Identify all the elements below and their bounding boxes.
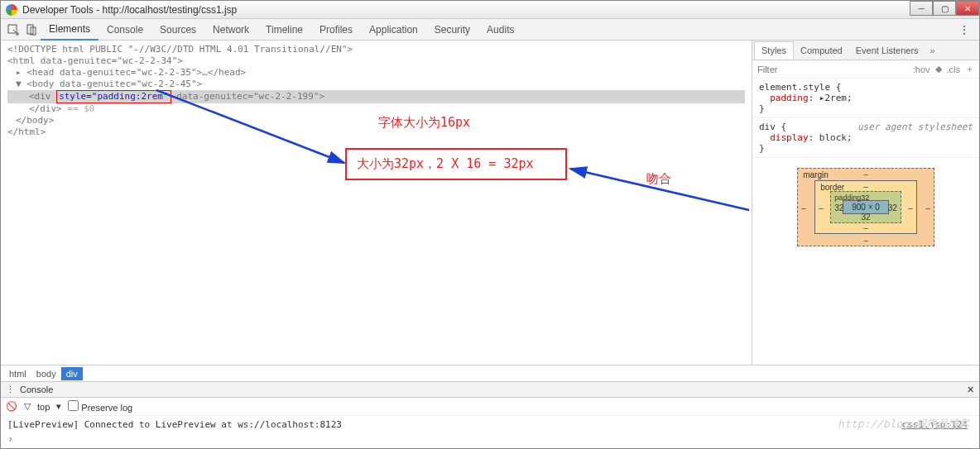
dom-head[interactable]: ▸ <head data-genuitec="wc-2-2-35">…</hea… (7, 67, 745, 79)
sidebar-tab-styles[interactable]: Styles (754, 41, 794, 60)
console-filter-icon[interactable]: ▽ (24, 401, 31, 412)
style-rule-element[interactable]: element.style { padding: ▸2rem; } (752, 79, 979, 118)
tab-network[interactable]: Network (204, 20, 257, 40)
tab-application[interactable]: Application (361, 20, 426, 40)
console-drawer-title: Console (20, 385, 53, 394)
console-toolbar: 🚫 ▽ top ▾ Preserve log (1, 398, 979, 416)
cls-pin-icon[interactable]: ◆ (935, 64, 942, 74)
console-clear-icon[interactable]: 🚫 (6, 401, 17, 412)
window-title: Developer Tools - http://localhost/testi… (22, 4, 237, 16)
tab-sources[interactable]: Sources (151, 20, 204, 40)
console-prompt[interactable]: › (1, 433, 979, 448)
tab-security[interactable]: Security (426, 20, 478, 40)
sidebar-tab-computed[interactable]: Computed (794, 42, 849, 59)
annotation-calc-box: 大小为32px，2 X 16 = 32px (345, 148, 567, 180)
device-mode-icon[interactable] (22, 21, 41, 39)
sidebar-tabs: Styles Computed Event Listeners » (752, 41, 979, 60)
breadcrumb: html body div (1, 365, 979, 381)
preserve-log-label[interactable]: Preserve log (68, 400, 132, 413)
styles-filter-row: :hov ◆ .cls ＋ (752, 60, 979, 79)
sidebar-more-icon[interactable]: » (925, 45, 940, 55)
styles-sidebar: Styles Computed Event Listeners » :hov ◆… (752, 41, 979, 365)
watermark: http://blog.程序员博客 (838, 417, 969, 432)
box-model-diagram[interactable]: margin –––– border –––– padding32 32 32 … (752, 158, 979, 256)
tab-profiles[interactable]: Profiles (311, 20, 361, 40)
console-message: [LivePreview] Connected to LivePreview a… (7, 419, 973, 430)
crumb-div[interactable]: div (61, 367, 83, 380)
console-context[interactable]: top (37, 402, 50, 412)
devtools-tabs: Elements Console Sources Network Timelin… (1, 19, 979, 41)
tab-timeline[interactable]: Timeline (257, 20, 311, 40)
dom-div-selected[interactable]: <div style="padding:2rem" data-genuitec=… (7, 90, 745, 103)
dom-body-close: </body> (7, 115, 745, 127)
preserve-log-checkbox[interactable] (68, 400, 79, 411)
new-rule-icon[interactable]: ＋ (965, 63, 974, 75)
chrome-icon (6, 4, 17, 16)
dom-tree[interactable]: <!DOCTYPE html PUBLIC "-//W3C//DTD HTML … (1, 41, 752, 141)
tab-console[interactable]: Console (98, 20, 151, 40)
crumb-html[interactable]: html (4, 367, 31, 380)
annotation-font-size: 字体大小为16px (378, 115, 470, 131)
tabs-overflow-icon[interactable]: ⋮ (953, 24, 976, 36)
sidebar-tab-event-listeners[interactable]: Event Listeners (849, 42, 925, 59)
tab-elements[interactable]: Elements (41, 19, 98, 41)
close-button[interactable]: ✕ (956, 1, 979, 16)
maximize-button[interactable]: ▢ (933, 1, 956, 16)
styles-filter-input[interactable] (757, 64, 807, 74)
tab-audits[interactable]: Audits (478, 20, 522, 40)
elements-panel[interactable]: <!DOCTYPE html PUBLIC "-//W3C//DTD HTML … (1, 41, 752, 365)
dom-body-open[interactable]: ▼ <body data-genuitec="wc-2-2-45"> (7, 79, 745, 90)
console-body[interactable]: [LivePreview] Connected to LivePreview a… (1, 416, 979, 433)
hov-toggle[interactable]: :hov (913, 64, 930, 74)
crumb-body[interactable]: body (31, 367, 61, 380)
dom-doctype: <!DOCTYPE html PUBLIC "-//W3C//DTD HTML … (7, 44, 745, 55)
annotation-match: 吻合 (646, 171, 671, 187)
minimize-button[interactable]: ─ (910, 1, 933, 16)
dom-div-close: </div> == $0 (7, 103, 745, 115)
window-titlebar: Developer Tools - http://localhost/testi… (1, 1, 979, 19)
dom-html-open[interactable]: <html data-genuitec="wc-2-2-34"> (7, 55, 745, 67)
cls-toggle[interactable]: .cls (947, 64, 961, 74)
console-close-icon[interactable]: ✕ (967, 385, 974, 395)
style-rule-ua[interactable]: user agent stylesheet div { display: blo… (752, 118, 979, 158)
console-menu-icon[interactable]: ⋮ (6, 385, 15, 395)
context-chevron-icon[interactable]: ▾ (56, 401, 61, 412)
inspect-icon[interactable] (4, 21, 22, 39)
console-drawer-header: ⋮ Console ✕ (1, 381, 979, 398)
dom-html-close: </html> (7, 127, 745, 138)
